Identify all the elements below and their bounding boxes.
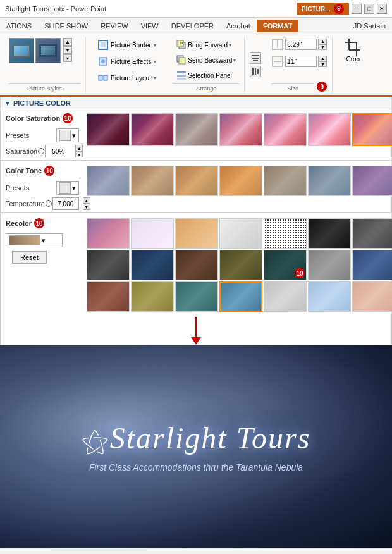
recolor-swatch-12[interactable]: 10 (264, 250, 307, 280)
recolor-swatch-5[interactable] (264, 218, 307, 249)
sat-swatch-4[interactable] (219, 113, 262, 146)
recolor-dropdown[interactable]: ▾ (6, 233, 63, 247)
tone-swatch-7[interactable] (352, 166, 392, 196)
width-input[interactable] (285, 56, 317, 67)
badge-10-saturation: 10 (63, 113, 73, 123)
tone-swatch-4[interactable] (219, 166, 262, 196)
recolor-label-area: Recolor 10 ▾ Reset (1, 214, 83, 266)
temperature-spin-down[interactable]: ▼ (83, 204, 90, 210)
recolor-swatch-9[interactable] (131, 250, 174, 280)
tab-animations[interactable]: ATIONS (0, 20, 38, 32)
svg-rect-13 (252, 55, 259, 56)
saturation-preset-arrow: ▾ (72, 132, 76, 140)
saturation-presets-label: Presets (6, 132, 52, 139)
style-scroll-down[interactable]: ▼ (63, 46, 72, 54)
width-spin-down[interactable]: ▼ (318, 61, 327, 67)
send-backward-button[interactable]: Send Backward ▾ (173, 53, 239, 67)
style-scroll-up[interactable]: ▲ (63, 38, 72, 46)
tone-swatch-2[interactable] (131, 166, 174, 196)
window-controls[interactable]: ─ □ ✕ (352, 4, 387, 14)
tone-preset-icon (59, 182, 71, 194)
user-label: JD Sartain (347, 20, 392, 32)
tab-acrobat[interactable]: Acrobat (220, 20, 257, 32)
recolor-swatch-10[interactable] (175, 250, 218, 280)
style-scroll-expand[interactable]: ▾ (63, 54, 72, 62)
close-button[interactable]: ✕ (377, 4, 387, 14)
temperature-spinner: ▲ ▼ (83, 197, 90, 210)
style-thumb-1[interactable] (9, 38, 34, 63)
recolor-swatch-3[interactable] (175, 218, 218, 249)
recolor-swatch-19[interactable] (264, 281, 307, 312)
saturation-spin-up[interactable]: ▲ (75, 145, 83, 151)
recolor-swatch-6[interactable] (308, 218, 351, 249)
recolor-swatch-14[interactable] (352, 250, 392, 280)
sat-swatch-2[interactable] (131, 113, 174, 146)
recolor-swatch-16[interactable] (131, 281, 174, 312)
picture-layout-button[interactable]: Picture Layout ▾ (94, 71, 161, 85)
width-spin-up[interactable]: ▲ (318, 56, 327, 61)
bring-forward-button[interactable]: Bring Forward ▾ (173, 38, 235, 52)
recolor-dropdown-arrow: ▾ (42, 237, 46, 245)
svg-rect-9 (179, 58, 185, 64)
saturation-value-input[interactable] (45, 145, 71, 157)
align-button-1[interactable] (250, 52, 261, 64)
saturation-spin-down[interactable]: ▼ (75, 151, 83, 157)
recolor-swatch-21[interactable] (352, 281, 392, 312)
reset-button[interactable]: Reset (12, 251, 47, 264)
picture-border-arrow: ▾ (154, 42, 156, 48)
picture-effects-button[interactable]: Picture Effects ▾ (94, 54, 161, 68)
temperature-value-input[interactable] (52, 197, 79, 210)
saturation-presets-dropdown[interactable]: ▾ (56, 128, 79, 142)
align-button-2[interactable] (250, 66, 261, 77)
recolor-swatch-20[interactable] (308, 281, 351, 312)
picture-color-panel: ▼ PICTURE COLOR Color Saturation 10 Pres… (0, 97, 392, 345)
recolor-swatch-2[interactable] (131, 218, 174, 249)
ribbon: ▲ ▼ ▾ Picture Styles Picture Border ▾ Pi… (0, 34, 392, 97)
recolor-swatch-1[interactable] (87, 218, 130, 249)
recolor-swatch-17[interactable] (175, 281, 218, 312)
restore-button[interactable]: □ (364, 4, 374, 14)
tone-swatch-6[interactable] (308, 166, 351, 196)
temperature-thumb[interactable] (46, 200, 52, 207)
saturation-spinner: ▲ ▼ (75, 145, 83, 157)
svg-rect-16 (252, 68, 254, 75)
selection-pane-button[interactable]: Selection Pane (173, 68, 233, 82)
crop-button[interactable]: Crop (340, 38, 365, 63)
arrange-label: Arrange (173, 83, 239, 92)
minimize-button[interactable]: ─ (352, 4, 362, 14)
height-spinner: ▲ ▼ (318, 39, 327, 50)
tab-view[interactable]: VIEW (135, 20, 165, 32)
recolor-swatch-7[interactable] (352, 218, 392, 249)
arrow-head (191, 337, 201, 345)
height-input[interactable] (285, 39, 317, 50)
recolor-swatch-11[interactable] (219, 250, 262, 280)
saturation-swatches (83, 109, 392, 149)
tone-swatch-5[interactable] (264, 166, 307, 196)
height-spin-down[interactable]: ▼ (318, 44, 327, 50)
tone-swatch-3[interactable] (175, 166, 218, 196)
picture-border-button[interactable]: Picture Border ▾ (94, 38, 161, 52)
sat-swatch-7[interactable] (352, 113, 392, 146)
recolor-swatch-18[interactable] (219, 281, 262, 312)
tab-slideshow[interactable]: SLIDE SHOW (38, 20, 94, 32)
sat-swatch-6[interactable] (308, 113, 351, 146)
tone-presets-dropdown[interactable]: ▾ (56, 181, 79, 195)
sat-swatch-1[interactable] (87, 113, 130, 146)
recolor-swatch-13[interactable] (308, 250, 351, 280)
style-thumb-2[interactable] (35, 38, 61, 63)
saturation-thumb[interactable] (38, 148, 44, 154)
tab-format[interactable]: FORMAT (257, 20, 298, 32)
saturation-label-area: Color Saturation 10 Presets ▾ Saturation (1, 109, 83, 159)
picture-styles-label: Picture Styles (9, 83, 80, 92)
tone-presets-label: Presets (6, 184, 52, 192)
tone-swatches (83, 162, 392, 199)
recolor-swatch-15[interactable] (87, 281, 130, 312)
tab-developer[interactable]: DEVELOPER (165, 20, 220, 32)
recolor-swatch-8[interactable] (87, 250, 130, 280)
sat-swatch-5[interactable] (264, 113, 307, 146)
height-spin-up[interactable]: ▲ (318, 39, 327, 44)
sat-swatch-3[interactable] (175, 113, 218, 146)
tone-swatch-1[interactable] (87, 166, 130, 196)
tab-review[interactable]: REVIEW (94, 20, 134, 32)
recolor-swatch-4[interactable] (219, 218, 262, 249)
